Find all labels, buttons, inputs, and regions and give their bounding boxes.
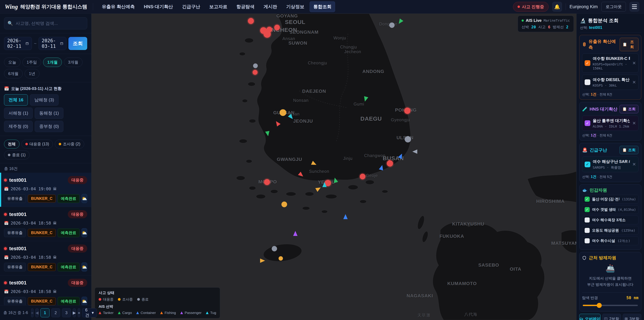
city-label-SASEBO: SASEBO (478, 262, 499, 268)
quick-range-chip-2[interactable]: 1개월 (43, 58, 62, 67)
weather-button[interactable]: ⛅ (82, 228, 87, 237)
close-icon[interactable]: ✕ (632, 162, 636, 167)
two-column-icon: ◫ (604, 317, 608, 320)
next-page-button[interactable]: ▶ (72, 308, 76, 317)
marker-incident-circle-8[interactable] (404, 108, 410, 114)
resource-checkbox-0[interactable]: ✓ (585, 197, 590, 202)
previous-page-button[interactable]: ◀ (35, 308, 38, 317)
marker-incident-circle-0[interactable] (248, 18, 254, 24)
region-chip-3[interactable]: 동해청 (1) (35, 108, 64, 119)
incident-active-label: 사고 진행중 (522, 4, 544, 10)
oil-query-button[interactable]: 📋 조회 (620, 38, 638, 51)
incident-item-2[interactable]: test001대응중📅2026-03-04 18:58🏛유류유출BUNKER_C… (0, 241, 91, 275)
nav-item-3[interactable]: 보고자료 (206, 1, 231, 12)
marker-incident-circle-13[interactable] (264, 179, 270, 185)
marker-incident-circle-6[interactable] (252, 70, 258, 75)
split2-view-button[interactable]: ◫ 2분할 (602, 314, 621, 320)
incident-item-0[interactable]: test001대응중📅2026-03-04 19:00🏛유류유출BUNKER_C… (0, 173, 91, 207)
oil_panel-item-0[interactable]: ✓여수항 BUNKER-C 확산KOSPS+OpenDrift · 150kL✕ (582, 54, 638, 73)
incident-item-1[interactable]: test001대응중📅2026-03-04 18:58🏛유류유출BUNKER_C… (0, 207, 91, 241)
nav-item-7[interactable]: 통합조회 (310, 1, 335, 12)
close-icon[interactable]: ✕ (632, 61, 636, 66)
quick-range-chip-1[interactable]: 1주일 (22, 58, 41, 67)
resource-item-0[interactable]: ✓돌산 어장 (김·전복)(131ha) (582, 195, 638, 204)
marker-incident-circle-9[interactable] (405, 136, 411, 142)
hns-query-button[interactable]: 📋 조회 (620, 105, 638, 113)
sar_panel-item-0[interactable]: ✓여수 해상구난 SAR #12SAROPS · 확률맵✕ (582, 157, 638, 172)
resource-item-4[interactable]: 여수 취수시설(2개소) (582, 236, 638, 245)
quick-range-chip-5[interactable]: 1년 (25, 69, 39, 78)
page-size-select[interactable]: 6건 ▾ (82, 308, 97, 317)
search-input[interactable] (16, 21, 84, 26)
weather-button[interactable]: ⛅ (82, 297, 87, 305)
resource-checkbox-3[interactable] (585, 228, 590, 233)
first-page-button[interactable]: « (31, 308, 34, 317)
split3-view-button[interactable]: ⊞ 3분할 (623, 314, 642, 320)
marker-incident-circle-5[interactable] (253, 64, 258, 68)
status-filter-chip-1[interactable]: 대응중 (13) (22, 140, 53, 149)
status-filter-chip-0[interactable]: 전체 (4, 140, 20, 149)
marker-incident-circle-16[interactable] (272, 246, 277, 251)
page-button-1[interactable]: 1 (40, 308, 50, 317)
resource-item-1[interactable]: ✓여수 갯벌 생태계(4,013ha) (582, 205, 638, 214)
quick-range-chip-4[interactable]: 6개월 (4, 69, 23, 78)
slider-knob[interactable] (597, 303, 602, 308)
region-chip-1[interactable]: 남해청 (3) (30, 94, 58, 106)
resource-checkbox-1[interactable]: ✓ (585, 207, 590, 212)
marker-incident-circle-4[interactable] (274, 25, 280, 30)
hns_panel-item-0[interactable]: ✓울산 톨루엔 대기확산ALOHA · IDLH 1.2km✕ (582, 116, 638, 131)
marker-incident-circle-3[interactable] (264, 30, 271, 38)
marker-incident-circle-17[interactable] (278, 256, 283, 261)
last-page-button[interactable]: » (78, 308, 80, 317)
date-from-field[interactable]: 2026-02-11 (4, 37, 32, 50)
nav-item-4[interactable]: 항공탐색 (232, 1, 258, 12)
resource-item-3[interactable]: 오동도 해상공원(125ha) (582, 226, 638, 235)
status-filter-chip-2[interactable]: 조사중 (2) (55, 140, 84, 149)
sar_panel-checkbox-0[interactable]: ✓ (585, 162, 590, 167)
marker-incident-circle-11[interactable] (360, 174, 366, 179)
map-canvas[interactable]: GOYANGSEOULINCHEONSEONGNAMAnsanSUWONWonj… (92, 14, 576, 320)
region-chip-0[interactable]: 전체 16 (4, 94, 28, 106)
hamburger-menu-button[interactable] (630, 2, 639, 12)
incident-item-3[interactable]: test001대응중📅2026-03-04 18:58🏛유류유출BUNKER_C… (0, 275, 91, 305)
oil_panel-item-1[interactable]: 여수항 DIESEL 확산KOSPS · 30kL✕ (582, 75, 638, 90)
hns_panel-checkbox-0[interactable]: ✓ (585, 120, 590, 126)
close-icon[interactable]: ✕ (632, 80, 636, 85)
resource-item-2[interactable]: 여수 해수욕장 3개소 (582, 216, 638, 224)
overlay-view-button[interactable]: 🗂 오버레이 (579, 314, 600, 320)
date-to-field[interactable]: 2026-03-11 (38, 37, 66, 50)
radius-slider[interactable] (583, 305, 638, 306)
nav-item-1[interactable]: HNS·대기확산 (140, 1, 176, 12)
weather-button[interactable]: ⛅ (82, 194, 87, 203)
notifications-button[interactable]: 🔔 (552, 2, 562, 12)
logo-mark: Wing (5, 3, 18, 10)
marker-incident-circle-14[interactable] (280, 109, 286, 116)
incident-datetime-row: 📅2026-03-04 19:00🏛 (4, 186, 87, 191)
resources-panel-title: 민감자원 (590, 187, 607, 193)
marker-incident-circle-15[interactable] (282, 201, 287, 207)
marker-incident-circle-7[interactable] (389, 23, 394, 28)
weather-button[interactable]: ⛅ (82, 262, 87, 271)
logout-button[interactable]: 로그아웃 (602, 2, 626, 12)
nav-item-6[interactable]: 기상정보 (282, 1, 308, 12)
region-chip-4[interactable]: 제주청 (0) (4, 121, 33, 132)
region-chip-5[interactable]: 중부청 (0) (35, 121, 64, 132)
region-chip-2[interactable]: 서해청 (1) (4, 108, 33, 119)
date-query-button[interactable]: 조회 (68, 37, 87, 50)
oil_panel-checkbox-1[interactable] (585, 79, 590, 85)
resource-checkbox-4[interactable] (585, 238, 590, 243)
page-button-3[interactable]: 3 (62, 308, 71, 317)
nav-item-2[interactable]: 긴급구난 (178, 1, 204, 12)
sar-query-button[interactable]: 📋 조회 (620, 146, 638, 154)
quick-range-chip-3[interactable]: 3개월 (64, 58, 82, 67)
page-button-2[interactable]: 2 (51, 308, 60, 317)
oil_panel-checkbox-0[interactable]: ✓ (585, 60, 590, 66)
status-filter-chip-3[interactable]: 종료 (1) (4, 151, 30, 159)
nav-item-5[interactable]: 게시판 (260, 1, 281, 12)
city-label-Gyeongju: Gyeongju (391, 117, 410, 122)
close-icon[interactable]: ✕ (632, 121, 636, 126)
nav-item-0[interactable]: 유출유 확산예측 (98, 1, 138, 12)
resource-checkbox-2[interactable] (585, 217, 590, 222)
quick-range-chip-0[interactable]: 오늘 (4, 58, 20, 67)
marker-incident-circle-10[interactable] (387, 160, 393, 167)
